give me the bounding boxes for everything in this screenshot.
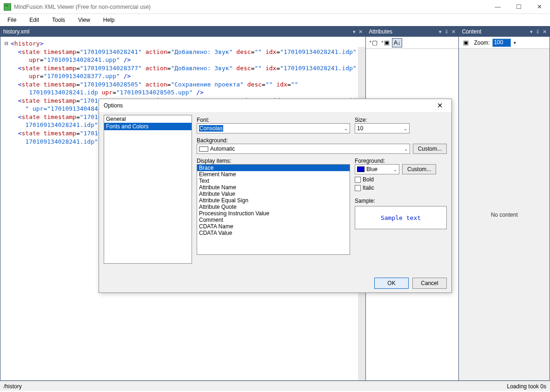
sample-preview: Sample text xyxy=(355,206,447,229)
tab-close-icon[interactable]: ✕ xyxy=(358,29,363,35)
font-label: Font: xyxy=(197,117,350,123)
display-items-label: Display items: xyxy=(197,158,350,164)
main-tab-header[interactable]: history.xml ▾ ✕ xyxy=(0,27,365,37)
attributes-toolbar: ⁺▢ ⁺▣ A↓ xyxy=(366,37,458,49)
maximize-button[interactable]: ☐ xyxy=(508,0,529,14)
display-item[interactable]: Text xyxy=(197,178,350,184)
checkbox-icon xyxy=(355,185,361,191)
add-attr-icon[interactable]: ⁺▢ xyxy=(368,38,378,47)
display-item[interactable]: Attribute Value xyxy=(197,191,350,197)
options-nav-item[interactable]: General xyxy=(104,115,192,123)
display-item[interactable]: CDATA Name xyxy=(197,223,350,230)
chevron-down-icon: ⌄ xyxy=(344,126,348,131)
pane-pin-icon[interactable]: ⇩ xyxy=(536,29,540,35)
zoom-label: Zoom: xyxy=(474,40,490,46)
bold-checkbox[interactable]: Bold xyxy=(355,176,447,183)
dialog-title: Options xyxy=(104,102,123,109)
copy-content-icon[interactable]: ▣ xyxy=(461,38,471,47)
font-select[interactable]: Consolas ⌄ xyxy=(197,123,350,133)
attributes-title: Attributes xyxy=(369,28,392,35)
chevron-down-icon: ⌄ xyxy=(404,126,407,131)
status-bar: /history Loading took 0s xyxy=(0,381,550,391)
pane-dropdown-icon[interactable]: ▾ xyxy=(439,29,442,35)
menu-edit[interactable]: Edit xyxy=(27,16,41,24)
background-label: Background: xyxy=(197,137,447,144)
status-loading: Loading took 0s xyxy=(507,383,546,390)
display-item[interactable]: Attribute Name xyxy=(197,184,350,191)
ok-button[interactable]: OK xyxy=(374,278,409,289)
content-toolbar: ▣ Zoom: 100 ▾ xyxy=(459,37,550,49)
close-button[interactable]: ✕ xyxy=(529,0,550,14)
dialog-titlebar[interactable]: Options ✕ xyxy=(99,99,451,112)
chevron-down-icon: ⌄ xyxy=(404,146,408,152)
zoom-input[interactable]: 100 xyxy=(492,39,511,47)
foreground-custom-button[interactable]: Custom... xyxy=(402,164,436,174)
tab-dropdown-icon[interactable]: ▾ xyxy=(353,29,356,35)
display-item[interactable]: CDATA Value xyxy=(197,230,350,236)
minimize-button[interactable]: — xyxy=(487,0,508,14)
pane-dropdown-icon[interactable]: ▾ xyxy=(530,29,533,35)
foreground-select[interactable]: Blue ⌄ xyxy=(355,164,399,174)
menu-bar: File Edit Tools View Help xyxy=(0,14,550,26)
display-item[interactable]: Element Name xyxy=(197,171,350,178)
display-item[interactable]: Attribute Quote xyxy=(197,204,350,210)
chevron-down-icon: ⌄ xyxy=(393,167,397,172)
content-body: No content xyxy=(459,49,550,380)
display-item[interactable]: Comment xyxy=(197,217,350,223)
status-path: /history xyxy=(4,383,22,390)
display-item[interactable]: Brace xyxy=(197,165,350,171)
dialog-close-button[interactable]: ✕ xyxy=(433,101,447,110)
menu-tools[interactable]: Tools xyxy=(50,16,67,24)
menu-help[interactable]: Help xyxy=(101,16,117,24)
display-items-list[interactable]: BraceElement NameTextAttribute NameAttri… xyxy=(197,164,350,255)
menu-view[interactable]: View xyxy=(76,16,92,24)
pane-close-icon[interactable]: ✕ xyxy=(543,29,547,35)
background-custom-button[interactable]: Custom... xyxy=(413,144,447,154)
checkbox-icon xyxy=(355,177,361,183)
sort-attr-icon[interactable]: A↓ xyxy=(392,38,402,47)
content-title: Content xyxy=(462,28,481,35)
main-tab-title: history.xml xyxy=(3,28,29,35)
size-select[interactable]: 10 ⌄ xyxy=(355,123,410,133)
content-pane: Content ▾ ⇩ ✕ ▣ Zoom: 100 ▾ No content xyxy=(459,26,550,381)
window-title: MindFusion XML Viewer (Free for non-comm… xyxy=(14,4,151,10)
copy-attr-icon[interactable]: ⁺▣ xyxy=(380,38,390,47)
size-label: Size: xyxy=(355,117,447,123)
sample-label: Sample: xyxy=(355,198,447,204)
pane-pin-icon[interactable]: ⇩ xyxy=(444,29,449,35)
options-dialog: Options ✕ GeneralFonts and Colors Font: … xyxy=(99,99,452,293)
options-nav-item[interactable]: Fonts and Colors xyxy=(104,123,192,130)
zoom-dropdown-icon[interactable]: ▾ xyxy=(514,40,516,45)
options-nav[interactable]: GeneralFonts and Colors xyxy=(104,115,192,264)
display-item[interactable]: Processing Instruction Value xyxy=(197,210,350,217)
pane-close-icon[interactable]: ✕ xyxy=(451,29,456,35)
italic-checkbox[interactable]: Italic xyxy=(355,185,447,191)
no-content-text: No content xyxy=(491,212,518,218)
color-swatch xyxy=(357,166,364,172)
cancel-button[interactable]: Cancel xyxy=(412,278,447,289)
foreground-label: Foreground: xyxy=(355,158,447,164)
auto-color-swatch xyxy=(199,146,208,152)
background-select[interactable]: Automatic ⌄ xyxy=(197,144,410,154)
display-item[interactable]: Attribute Equal Sign xyxy=(197,197,350,204)
title-bar: MindFusion XML Viewer (Free for non-comm… xyxy=(0,0,550,14)
app-icon xyxy=(4,3,11,11)
menu-file[interactable]: File xyxy=(6,16,18,24)
